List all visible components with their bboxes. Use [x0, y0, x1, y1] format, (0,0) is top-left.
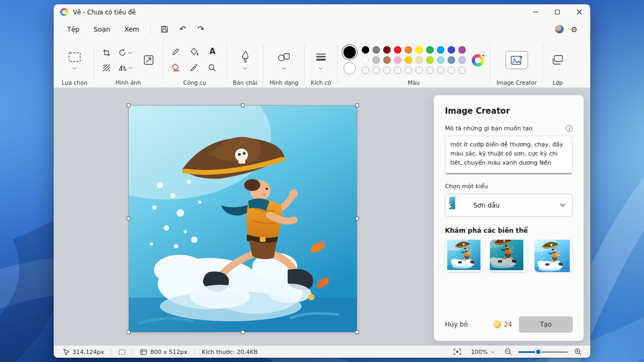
- empty-palette-slot[interactable]: [394, 67, 401, 74]
- palette-swatch[interactable]: [383, 46, 391, 54]
- palette-swatch[interactable]: [437, 56, 444, 64]
- palette-swatch[interactable]: [448, 46, 455, 54]
- undo-button[interactable]: ↶: [174, 23, 191, 36]
- redo-button[interactable]: ↷: [193, 23, 209, 36]
- variant-thumbnail-3[interactable]: [535, 240, 573, 272]
- palette-swatch[interactable]: [383, 56, 391, 64]
- palette-swatch[interactable]: [426, 56, 434, 64]
- zoom-slider-thumb[interactable]: [535, 349, 541, 355]
- style-thumbnail: [449, 197, 466, 213]
- palette-swatch[interactable]: [394, 56, 401, 64]
- save-button[interactable]: [156, 23, 172, 36]
- resize-button[interactable]: [141, 52, 157, 68]
- brushes-dropdown-chevron[interactable]: [243, 67, 247, 70]
- zoom-slider[interactable]: [518, 348, 568, 356]
- zoom-in-button[interactable]: [572, 347, 584, 357]
- selection-handle[interactable]: [127, 104, 130, 107]
- palette-swatch[interactable]: [458, 56, 466, 64]
- palette-swatch[interactable]: [372, 46, 380, 54]
- selection-handle[interactable]: [355, 217, 359, 220]
- menubar-divider: [150, 25, 151, 34]
- shapes-dropdown-chevron[interactable]: [282, 67, 287, 70]
- empty-palette-slot[interactable]: [405, 67, 412, 74]
- zoom-out-button[interactable]: [502, 347, 514, 357]
- palette-swatch[interactable]: [458, 46, 466, 54]
- empty-palette-slot[interactable]: [415, 67, 423, 74]
- rotate-button[interactable]: [116, 46, 135, 59]
- empty-palette-slot[interactable]: [383, 67, 391, 74]
- create-button[interactable]: Tạo: [519, 316, 573, 333]
- shapes-button[interactable]: [277, 50, 291, 63]
- palette-swatch[interactable]: [415, 46, 423, 54]
- selection-handle[interactable]: [241, 330, 245, 334]
- palette-swatch[interactable]: [362, 56, 369, 64]
- edit-colors-wheel[interactable]: +: [472, 54, 484, 67]
- save-icon: [160, 25, 169, 33]
- maximize-button[interactable]: [546, 4, 568, 20]
- eraser-tool-button[interactable]: [169, 61, 183, 74]
- close-button[interactable]: [568, 4, 590, 20]
- selection-handle[interactable]: [127, 330, 130, 334]
- selection-tool-button[interactable]: [68, 50, 82, 63]
- layers-button[interactable]: [549, 52, 566, 68]
- palette-swatch[interactable]: [405, 56, 412, 64]
- selection-dropdown-chevron[interactable]: [72, 67, 77, 70]
- empty-palette-slot[interactable]: [448, 67, 455, 74]
- menu-view[interactable]: Xem: [118, 23, 145, 36]
- magnifier-tool-button[interactable]: [206, 61, 219, 74]
- empty-palette-slot[interactable]: [437, 67, 444, 74]
- selection-handle[interactable]: [355, 104, 359, 107]
- variant-thumbnail-2[interactable]: [490, 240, 528, 272]
- style-dropdown[interactable]: Sơn dầu: [445, 194, 573, 217]
- palette-swatch[interactable]: [362, 46, 369, 54]
- variant-thumbnail-1[interactable]: [445, 240, 483, 272]
- pencil-tool-button[interactable]: [169, 45, 183, 58]
- empty-palette-slot[interactable]: [426, 67, 434, 74]
- size-dropdown-chevron[interactable]: [318, 67, 323, 70]
- empty-palette-slot[interactable]: [362, 67, 369, 74]
- cursor-position-indicator: 314,124px: [60, 349, 107, 356]
- image-creator-button[interactable]: [506, 51, 528, 69]
- menu-edit[interactable]: Soạn: [87, 23, 116, 36]
- text-tool-button[interactable]: A: [206, 45, 219, 58]
- palette-swatch[interactable]: [426, 46, 434, 54]
- flip-button[interactable]: [116, 61, 135, 74]
- selection-handle[interactable]: [127, 217, 130, 220]
- flip-icon: [119, 64, 127, 71]
- titlebar[interactable]: Vẽ - Chưa có tiêu đề: [54, 4, 590, 20]
- prompt-input[interactable]: một ít cướp biển dễ thương, chạy, đầy mà…: [445, 136, 573, 174]
- select-all-button[interactable]: [100, 61, 114, 74]
- color-picker-tool-button[interactable]: [187, 61, 201, 74]
- empty-palette-slot[interactable]: [458, 67, 466, 74]
- palette-swatch[interactable]: [437, 46, 444, 54]
- canvas-area[interactable]: Image Creator Mô tả những gì bạn muốn tạ…: [54, 88, 590, 345]
- fit-to-screen-button[interactable]: [451, 347, 464, 357]
- palette-swatch[interactable]: [405, 46, 412, 54]
- palette-swatch[interactable]: [372, 56, 380, 64]
- image-creator-panel: Image Creator Mô tả những gì bạn muốn tạ…: [434, 95, 584, 341]
- crop-button[interactable]: [100, 46, 114, 59]
- selection-handle[interactable]: [241, 104, 245, 107]
- brushes-button[interactable]: [238, 50, 252, 63]
- menu-file[interactable]: Tệp: [61, 23, 85, 36]
- desktop-wallpaper: Vẽ - Chưa có tiêu đề Tệp Soạn Xem: [0, 0, 644, 362]
- canvas-selected-image[interactable]: [129, 106, 357, 332]
- zoom-level-dropdown[interactable]: 100%: [468, 348, 498, 357]
- palette-swatch[interactable]: [415, 56, 423, 64]
- empty-palette-slot[interactable]: [372, 67, 380, 74]
- secondary-color-swatch[interactable]: [343, 62, 356, 75]
- palette-swatch[interactable]: [448, 56, 455, 64]
- eyedropper-icon: [190, 64, 198, 72]
- group-shapes: Hình dạng: [265, 40, 303, 87]
- settings-gear-icon[interactable]: ⚙: [570, 25, 577, 34]
- redo-icon: ↷: [197, 25, 204, 33]
- selection-handle[interactable]: [355, 330, 359, 334]
- info-icon[interactable]: i: [566, 125, 573, 132]
- account-avatar[interactable]: [555, 25, 564, 34]
- palette-swatch[interactable]: [394, 46, 401, 54]
- fill-tool-button[interactable]: [187, 45, 201, 58]
- minimize-button[interactable]: [524, 4, 546, 20]
- primary-color-swatch[interactable]: [343, 46, 356, 58]
- size-button[interactable]: [314, 50, 328, 63]
- cancel-button[interactable]: Hủy bỏ: [445, 317, 475, 331]
